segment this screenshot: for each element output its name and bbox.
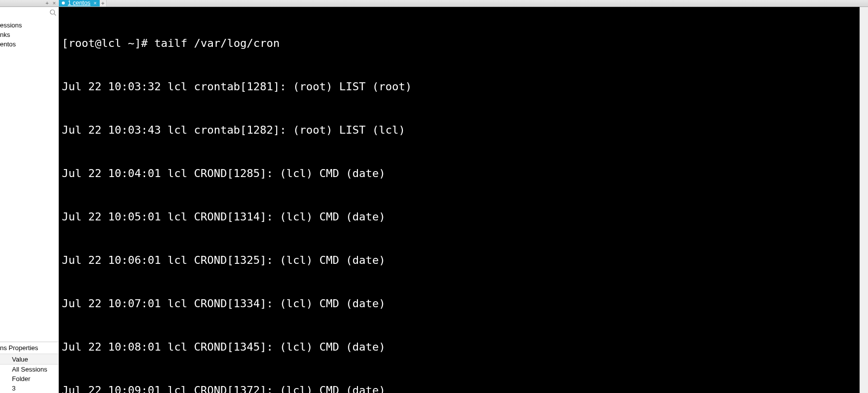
terminal-output-line: Jul 22 10:06:01 lcl CROND[1325]: (lcl) C… [62, 253, 857, 267]
new-tab-button[interactable]: + [100, 0, 107, 6]
session-tree: essions nks entos [0, 20, 58, 49]
tab-centos[interactable]: 1 centos × [59, 0, 100, 6]
terminal-output-line: Jul 22 10:07:01 lcl CROND[1334]: (lcl) C… [62, 296, 857, 311]
terminal-output-line: Jul 22 10:09:01 lcl CROND[1372]: (lcl) C… [62, 383, 857, 393]
properties-column-value: Value [12, 356, 28, 363]
tab-bar: + × 1 centos × + [0, 0, 868, 7]
properties-columns: Value [0, 354, 58, 365]
vertical-scrollbar[interactable] [860, 7, 868, 393]
tree-item-centos[interactable]: entos [0, 39, 58, 49]
close-icon[interactable]: × [53, 0, 56, 6]
tree-item-links[interactable]: nks [0, 30, 58, 39]
terminal-output-line: Jul 22 10:05:01 lcl CROND[1314]: (lcl) C… [62, 209, 857, 224]
terminal-output-line: Jul 22 10:08:01 lcl CROND[1345]: (lcl) C… [62, 340, 857, 354]
properties-header: ns Properties [0, 342, 58, 354]
terminal-output-line: Jul 22 10:04:01 lcl CROND[1285]: (lcl) C… [62, 166, 857, 181]
tab-bar-left: + × [0, 0, 59, 6]
terminal-command: tailf /var/log/cron [154, 37, 280, 49]
terminal-output-line: Jul 22 10:03:32 lcl crontab[1281]: (root… [62, 79, 857, 94]
properties-row: 3 [0, 384, 58, 393]
tree-item-sessions[interactable]: essions [0, 20, 58, 30]
properties-row: Folder [0, 374, 58, 384]
tab-label: 1 centos [68, 0, 90, 6]
plus-icon: + [101, 0, 105, 7]
terminal-output-line: Jul 22 10:03:43 lcl crontab[1282]: (root… [62, 123, 857, 137]
tab-close-icon[interactable]: × [93, 0, 96, 6]
properties-row: All Sessions [0, 365, 58, 374]
plus-icon[interactable]: + [45, 0, 48, 6]
search-icon[interactable] [49, 9, 56, 17]
terminal-prompt: [root@lcl ~]# [62, 37, 154, 49]
svg-point-0 [50, 10, 55, 14]
sidebar-search-row [0, 7, 58, 20]
sidebar-spacer [0, 49, 58, 342]
svg-line-1 [54, 14, 56, 16]
tab-status-dot-icon [62, 1, 65, 4]
terminal[interactable]: [root@lcl ~]# tailf /var/log/cron Jul 22… [59, 7, 860, 393]
terminal-prompt-line: [root@lcl ~]# tailf /var/log/cron [62, 36, 857, 50]
main-area: essions nks entos ns Properties Value Al… [0, 7, 868, 393]
sidebar: essions nks entos ns Properties Value Al… [0, 7, 59, 393]
